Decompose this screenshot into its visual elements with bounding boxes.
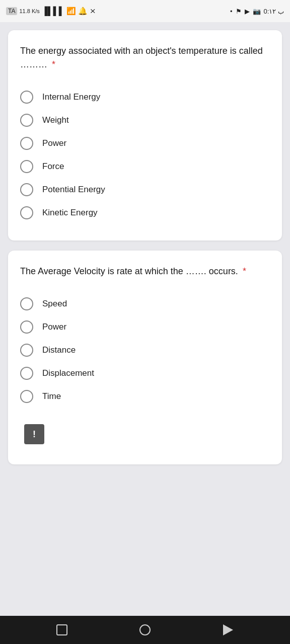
radio-q1-a[interactable] [20, 91, 33, 104]
radio-q2-a[interactable] [20, 297, 33, 310]
notification-icon: 🔔 [78, 7, 88, 16]
radio-q1-e[interactable] [20, 183, 33, 196]
bluetooth-icon: ⨯ [90, 7, 96, 16]
radio-q1-c[interactable] [20, 137, 33, 150]
option-label-q1-a: Internal Energy [42, 92, 100, 102]
option-q1-weight[interactable]: Weight [20, 109, 270, 132]
option-label-q1-f: Kinetic Energy [42, 208, 98, 218]
option-label-q2-e: Time [42, 391, 61, 401]
feedback-button[interactable]: ! [24, 424, 44, 444]
option-q2-displacement[interactable]: Displacement [20, 362, 270, 385]
option-q1-internal-energy[interactable]: Internal Energy [20, 86, 270, 109]
nav-home-button[interactable] [135, 620, 155, 640]
option-label-q2-d: Displacement [42, 368, 94, 378]
option-q1-potential-energy[interactable]: Potential Energy [20, 178, 270, 201]
navigation-icon: ▶ [245, 8, 250, 15]
option-q1-kinetic-energy[interactable]: Kinetic Energy [20, 201, 270, 224]
camera-icon: 📷 [253, 8, 261, 15]
option-label-q2-b: Power [42, 322, 66, 332]
carrier-label: TA [6, 7, 17, 15]
status-bar: TA 11.8 K/s ▐▌▌▌ 📶 🔔 ⨯ • ⚑ ▶ 📷 0:۱۲ ب [0, 0, 290, 22]
required-star-1: * [49, 59, 55, 69]
nav-square-button[interactable] [52, 620, 72, 640]
option-label-q2-c: Distance [42, 345, 76, 355]
question-2-text: The Average Velocity is rate at which th… [20, 265, 270, 278]
radio-q2-d[interactable] [20, 367, 33, 380]
feedback-icon-label: ! [33, 429, 36, 440]
question-card-2: The Average Velocity is rate at which th… [8, 251, 282, 464]
question-1-text: The energy associated with an object's t… [20, 44, 270, 71]
main-content: The energy associated with an object's t… [0, 22, 290, 616]
option-q1-power[interactable]: Power [20, 132, 270, 155]
option-q2-power[interactable]: Power [20, 315, 270, 339]
option-label-q1-e: Potential Energy [42, 185, 105, 195]
square-icon [56, 624, 67, 635]
flag-icon: ⚑ [236, 8, 242, 15]
wifi-icon: 📶 [66, 7, 76, 16]
radio-q2-c[interactable] [20, 344, 33, 357]
required-star-2: * [240, 266, 246, 276]
circle-icon [139, 624, 151, 635]
radio-q2-b[interactable] [20, 320, 33, 334]
option-label-q2-a: Speed [42, 299, 67, 309]
status-left: TA 11.8 K/s ▐▌▌▌ 📶 🔔 ⨯ [6, 7, 96, 16]
question-card-1: The energy associated with an object's t… [8, 30, 282, 240]
option-label-q1-d: Force [42, 162, 64, 172]
radio-q1-f[interactable] [20, 206, 33, 219]
triangle-icon [223, 624, 233, 635]
nav-back-button[interactable] [218, 620, 238, 640]
option-q2-time[interactable]: Time [20, 385, 270, 408]
option-q2-speed[interactable]: Speed [20, 292, 270, 315]
radio-q2-e[interactable] [20, 390, 33, 403]
radio-q1-b[interactable] [20, 114, 33, 127]
time-label: 0:۱۲ ب [264, 8, 284, 15]
option-label-q1-b: Weight [42, 115, 69, 125]
option-label-q1-c: Power [42, 138, 66, 148]
option-q2-distance[interactable]: Distance [20, 339, 270, 362]
nav-bar [0, 616, 290, 644]
option-q1-force[interactable]: Force [20, 155, 270, 178]
dot-indicator: • [230, 8, 233, 15]
signal-icon: ▐▌▌▌ [42, 7, 64, 16]
radio-q1-d[interactable] [20, 160, 33, 173]
speed-label: 11.8 K/s [19, 8, 39, 14]
status-right: • ⚑ ▶ 📷 0:۱۲ ب [230, 8, 284, 15]
